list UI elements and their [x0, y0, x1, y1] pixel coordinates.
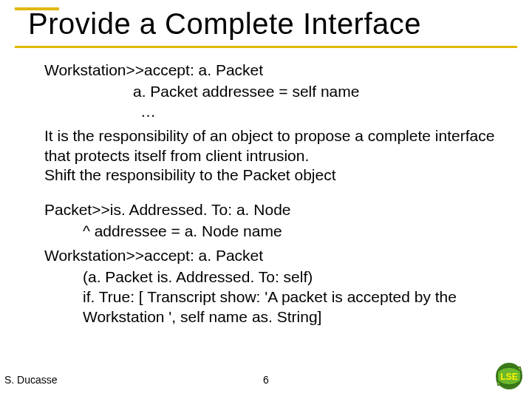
- paragraph: It is the responsibility of an object to…: [44, 126, 502, 186]
- slide-body: Workstation>>accept: a. Packet a. Packet…: [44, 61, 502, 327]
- code-line: Workstation>>accept: a. Packet: [44, 61, 502, 81]
- code-line: Packet>>is. Addressed. To: a. Node: [44, 200, 502, 220]
- code-block: (a. Packet is. Addressed. To: self) if. …: [83, 267, 502, 327]
- lse-logo-icon: LSE: [494, 361, 525, 392]
- page-number: 6: [263, 374, 269, 386]
- author-label: S. Ducasse: [4, 374, 58, 386]
- slide-title: Provide a Complete Interface: [28, 7, 421, 41]
- code-line: ^ addressee = a. Node name: [83, 222, 502, 242]
- code-line: a. Packet addressee = self name: [133, 82, 502, 102]
- logo-text: LSE: [500, 372, 517, 382]
- code-line: Workstation>>accept: a. Packet: [44, 246, 502, 266]
- code-line: …: [140, 102, 502, 122]
- title-underline: [15, 46, 517, 48]
